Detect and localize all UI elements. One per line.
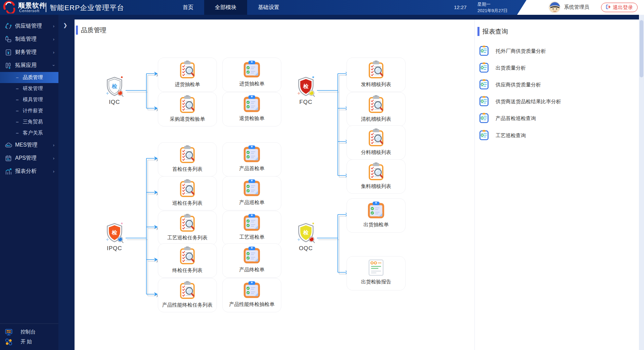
report-query-icon xyxy=(479,113,489,123)
user-name: 系统管理员 xyxy=(564,4,589,10)
nav-tab-2[interactable]: 基础设置 xyxy=(247,0,290,15)
report-item-label: 工艺巡检查询 xyxy=(496,132,526,139)
sidebar-item-label: 报表分析 xyxy=(15,168,37,175)
collapse-chevron-icon[interactable]: ❯ xyxy=(63,22,67,28)
audit-clipboard-icon xyxy=(368,128,384,147)
logout-label: 退出登录 xyxy=(613,4,633,11)
flow-node-11[interactable]: 产品巡检单 xyxy=(222,176,281,210)
report-item-2[interactable]: 供应商供货质量分析 xyxy=(479,78,541,91)
sidebar-item-label: 制造管理 xyxy=(15,36,37,43)
audit-clipboard-icon xyxy=(180,61,195,79)
audit-clipboard-icon xyxy=(368,95,384,113)
flow-node-1[interactable]: 采购退货检验单 xyxy=(158,92,217,126)
sidebar-subitem-3-5[interactable]: − 客户关系 xyxy=(0,127,58,139)
flow-node-17[interactable]: 产品性能终检抽检单 xyxy=(222,278,281,312)
form-clipboard-icon xyxy=(243,214,261,231)
sidebar-subitem-3-3[interactable]: − 计件薪资 xyxy=(0,105,58,116)
flow-node-18[interactable]: 出货抽检单 xyxy=(347,198,406,233)
flow-node-icon xyxy=(223,281,281,300)
sidebar-subitem-3-2[interactable]: − 模具管理 xyxy=(0,94,58,105)
sidebar-menu: 供应链管理 › 制造管理 › ¥ 财务管理 › 拓展应用 ›− 品质管理− 研发… xyxy=(0,15,58,178)
flow-node-9[interactable]: 产品首检单 xyxy=(222,142,281,177)
sidebar-footer-item-1[interactable]: 开 始 xyxy=(0,337,58,347)
sidebar-subitem-3-0[interactable]: − 品质管理 xyxy=(0,72,58,83)
sidebar-item-1[interactable]: 制造管理 › xyxy=(0,33,58,46)
report-item-label: 产品首检巡检查询 xyxy=(496,115,536,122)
audit-clipboard-icon xyxy=(368,61,384,79)
flow-node-0[interactable]: 进货抽检单 xyxy=(158,57,217,92)
dash-icon: − xyxy=(16,108,19,114)
flow-node-label: 产品性能终检任务列表 xyxy=(158,302,217,308)
form-clipboard-icon xyxy=(243,246,261,264)
logo-divider xyxy=(46,3,46,12)
flow-node-6[interactable]: 分料稽核列表 xyxy=(347,125,406,160)
logout-button[interactable]: 退出登录 xyxy=(601,3,638,12)
report-item-3[interactable]: 供货商送货品检结果比率分析 xyxy=(479,95,561,109)
flow-node-13[interactable]: 工艺巡检单 xyxy=(222,211,281,245)
start-icon xyxy=(5,338,12,346)
report-item-4[interactable]: 产品首检巡检查询 xyxy=(479,112,536,125)
title-accent-bar xyxy=(477,27,479,36)
report-item-label: 出货质量分析 xyxy=(496,65,526,71)
report-item-1[interactable]: 出货质量分析 xyxy=(479,61,526,75)
sidebar-subitem-3-4[interactable]: − 三角贸易 xyxy=(0,116,58,127)
flow-node-4[interactable]: 发料稽核列表 xyxy=(347,57,406,92)
extension-icon xyxy=(5,62,12,69)
flow-node-12[interactable]: 工艺巡检任务列表 xyxy=(158,211,217,245)
sidebar-item-4[interactable]: MES MES管理 › xyxy=(0,139,58,152)
flow-node-7[interactable]: 集料稽核列表 xyxy=(347,159,406,194)
report-item-0[interactable]: 托外厂商供货质量分析 xyxy=(479,44,546,58)
flow-node-label: 清机稽核列表 xyxy=(347,116,405,122)
form-clipboard-icon xyxy=(243,281,261,299)
report-query-icon xyxy=(479,79,489,89)
chevron-right-icon: › xyxy=(53,156,54,161)
flow-node-label: 工艺巡检任务列表 xyxy=(158,235,217,241)
form-clipboard-icon xyxy=(243,61,261,78)
flow-node-10[interactable]: 巡检任务列表 xyxy=(158,176,217,210)
form-clipboard-icon xyxy=(243,145,261,163)
sidebar-item-2[interactable]: ¥ 财务管理 › xyxy=(0,46,58,59)
sidebar-item-6[interactable]: 报表分析 › xyxy=(0,165,58,178)
audit-clipboard-icon xyxy=(180,214,195,232)
flow-node-2[interactable]: 进货抽检单 xyxy=(222,57,281,92)
nav-tab-1[interactable]: 全部模块 xyxy=(204,0,247,15)
flow-node-icon xyxy=(347,162,405,182)
sidebar-subitem-3-1[interactable]: − 研发管理 xyxy=(0,83,58,94)
qc-shield-icon: 检 xyxy=(296,76,315,97)
flow-node-icon xyxy=(223,145,281,164)
flow-node-5[interactable]: 清机稽核列表 xyxy=(347,92,406,126)
logo-title: 顺景软件 xyxy=(18,2,46,9)
sidebar-item-3[interactable]: 拓展应用 › xyxy=(0,59,58,72)
flow-node-label: 工艺巡检单 xyxy=(223,234,281,240)
sidebar-footer-item-0[interactable]: 控制台 xyxy=(0,327,58,337)
flow-node-icon xyxy=(347,201,405,220)
flow-node-icon xyxy=(223,179,281,198)
sidebar-footer: 控制台 开 始 xyxy=(0,323,58,350)
vertical-scrollbar[interactable] xyxy=(639,15,644,350)
qc-shield-label: OQC xyxy=(284,245,328,252)
sidebar-item-0[interactable]: 供应链管理 › xyxy=(0,20,58,33)
flow-node-19[interactable]: 出货检验报告 xyxy=(347,256,406,290)
svg-text:¥: ¥ xyxy=(7,50,10,54)
sidebar-item-5[interactable]: APS管理 › xyxy=(0,152,58,165)
avatar[interactable] xyxy=(549,1,560,13)
report-query-icon xyxy=(479,96,489,108)
flow-node-icon xyxy=(158,246,217,266)
flow-node-label: 巡检任务列表 xyxy=(158,200,217,206)
flow-node-icon xyxy=(347,95,405,115)
report-item-5[interactable]: 工艺巡检查询 xyxy=(479,129,526,142)
logo-subtitle: Centersoft xyxy=(18,9,46,13)
main-title-text: 品质管理 xyxy=(81,26,106,35)
scrollbar-thumb[interactable] xyxy=(640,20,643,77)
audit-clipboard-icon xyxy=(368,162,384,181)
nav-tab-0[interactable]: 首页 xyxy=(172,0,204,15)
flow-node-3[interactable]: 退货检验单 xyxy=(222,92,281,126)
svg-text:检: 检 xyxy=(303,83,309,89)
flow-node-16[interactable]: 产品性能终检任务列表 xyxy=(158,278,217,312)
report-query-icon xyxy=(479,130,489,140)
sidebar-subitem-label: 品质管理 xyxy=(23,74,43,81)
flow-node-8[interactable]: 首检任务列表 xyxy=(158,142,217,177)
flow-node-15[interactable]: 产品终检单 xyxy=(222,243,281,278)
flow-node-14[interactable]: 终检任务列表 xyxy=(158,243,217,278)
report-query-icon xyxy=(479,45,489,56)
